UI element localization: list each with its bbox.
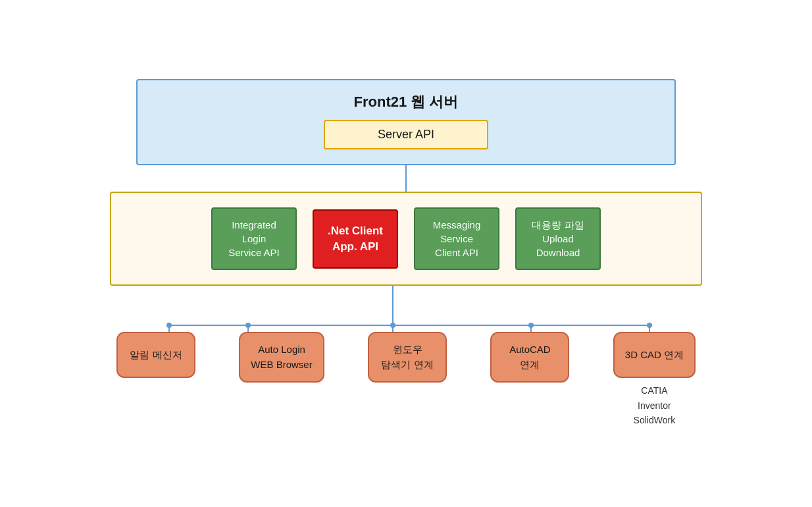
server-to-client-connector (405, 165, 407, 192)
svg-point-11 (647, 323, 652, 328)
client-services-box: IntegratedLoginService API .Net ClientAp… (110, 192, 702, 286)
net-client-card: .Net ClientApp. API (313, 209, 398, 269)
server-box: Front21 웹 서버 Server API (136, 79, 676, 165)
autocad-card: AutoCAD연계 (490, 332, 569, 383)
server-title: Front21 웹 서버 (354, 92, 459, 112)
svg-point-9 (390, 323, 395, 328)
3d-cad-card: 3D CAD 연계 (613, 332, 696, 378)
connector-area (110, 286, 702, 332)
3d-cad-item: 3D CAD 연계 CATIAInventorSolidWork (613, 332, 696, 427)
app-row: 알림 메신저 Auto LoginWEB Browser 윈도우탐색기 연계 A… (110, 332, 702, 427)
alarm-messenger-card: 알림 메신저 (116, 332, 195, 378)
svg-point-8 (245, 323, 251, 328)
windows-explorer-card: 윈도우탐색기 연계 (368, 332, 447, 383)
3d-cad-note: CATIAInventorSolidWork (634, 383, 676, 427)
file-upload-card: 대용량 파일UploadDownload (515, 207, 601, 270)
windows-explorer-item: 윈도우탐색기 연계 (368, 332, 447, 383)
architecture-diagram: Front21 웹 서버 Server API IntegratedLoginS… (44, 79, 768, 427)
integrated-login-card: IntegratedLoginService API (211, 207, 297, 270)
autocad-item: AutoCAD연계 (490, 332, 569, 383)
svg-point-7 (166, 323, 172, 328)
alarm-messenger-item: 알림 메신저 (116, 332, 195, 378)
connector-svg (110, 286, 702, 332)
auto-login-browser-item: Auto LoginWEB Browser (239, 332, 324, 383)
auto-login-browser-card: Auto LoginWEB Browser (239, 332, 324, 383)
svg-point-10 (528, 323, 534, 328)
server-api-box: Server API (324, 120, 488, 149)
messaging-card: MessagingServiceClient API (414, 207, 499, 270)
